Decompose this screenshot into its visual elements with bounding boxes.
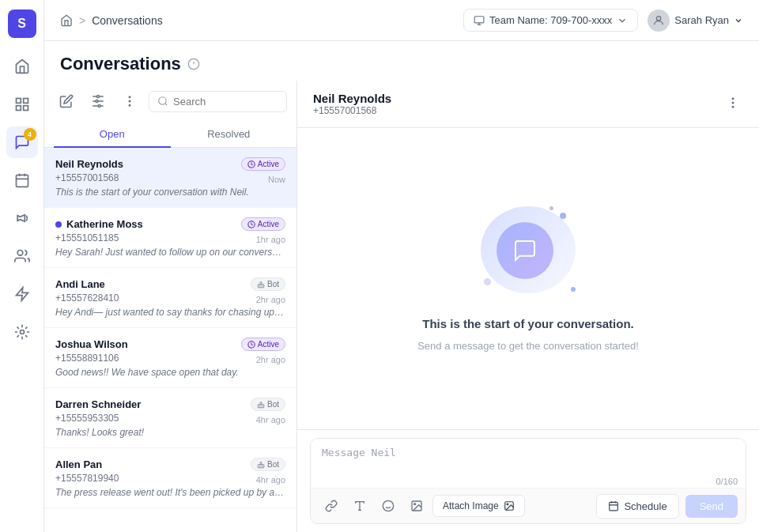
user-icon bbox=[652, 14, 665, 27]
chat-empty-subtitle: Send a message to get the conversation s… bbox=[417, 340, 639, 352]
conv-item-name: Neil Reynolds bbox=[55, 158, 123, 170]
chat-toolbar-right: Schedule Send bbox=[596, 494, 738, 519]
conv-item-phone: +15557628410 bbox=[55, 292, 119, 304]
conversations-badge: 4 bbox=[24, 128, 36, 141]
app-logo: S bbox=[8, 9, 36, 38]
conv-item-preview: The press release went out! It's been pi… bbox=[55, 487, 285, 498]
conv-item-time: 1hr ago bbox=[256, 235, 285, 244]
svg-point-35 bbox=[259, 285, 260, 286]
chat-input-area: 0/160 bbox=[297, 429, 759, 532]
svg-rect-34 bbox=[258, 284, 264, 287]
active-icon bbox=[247, 341, 255, 349]
chat-body: This is the start of your conversation. … bbox=[297, 128, 759, 429]
svg-point-55 bbox=[507, 504, 508, 505]
team-chevron-icon bbox=[617, 15, 628, 26]
conv-item-preview: Thanks! Looks great! bbox=[55, 427, 285, 438]
conv-item-time: 2hr ago bbox=[256, 355, 285, 364]
sidebar-item-zap[interactable] bbox=[6, 316, 38, 348]
filter-button[interactable] bbox=[85, 89, 111, 114]
link-button[interactable] bbox=[319, 493, 344, 519]
chat-empty-title: This is the start of your conversation. bbox=[422, 317, 634, 330]
conv-item-meta: Bot bbox=[251, 458, 285, 471]
conv-item[interactable]: Darren Schneider Bot +15555953305 4hr ag… bbox=[44, 388, 296, 448]
conv-item[interactable]: Allen Pan Bot +15557819940 4hr ago bbox=[44, 448, 296, 508]
user-chevron-icon bbox=[734, 16, 743, 25]
svg-rect-56 bbox=[610, 502, 618, 511]
topnav-right: Team Name: 709-700-xxxx Sarah Ryan bbox=[463, 9, 743, 32]
conv-item-time: 2hr ago bbox=[256, 295, 285, 304]
emoji-button[interactable] bbox=[376, 493, 401, 519]
active-icon bbox=[247, 221, 255, 228]
sidebar-item-dashboard[interactable] bbox=[6, 89, 38, 120]
body-split: Open Resolved Neil Reynolds Active bbox=[44, 81, 759, 532]
sidebar-item-users[interactable] bbox=[6, 240, 38, 272]
team-selector[interactable]: Team Name: 709-700-xxxx bbox=[463, 9, 638, 32]
page-title: Conversations bbox=[60, 54, 181, 74]
media-icon bbox=[410, 500, 423, 512]
media-button[interactable] bbox=[404, 493, 429, 519]
schedule-button[interactable]: Schedule bbox=[596, 494, 678, 519]
tab-open[interactable]: Open bbox=[54, 122, 171, 148]
conv-item-name: Andi Lane bbox=[55, 278, 105, 290]
search-input[interactable] bbox=[173, 96, 278, 108]
main-area: > Conversations Team Name: 709-700-xxxx … bbox=[44, 0, 759, 532]
attach-image-icon bbox=[504, 500, 515, 511]
content: Conversations bbox=[44, 41, 759, 532]
conv-item[interactable]: Neil Reynolds Active +15557001568 Now bbox=[44, 148, 296, 208]
conv-item-name: Darren Schneider bbox=[55, 398, 141, 410]
send-button[interactable]: Send bbox=[685, 495, 738, 518]
more-button[interactable] bbox=[117, 89, 142, 114]
deco-dot-4 bbox=[484, 278, 491, 285]
conv-toolbar bbox=[44, 81, 296, 122]
svg-point-39 bbox=[259, 406, 260, 406]
chat-contact-name: Neil Reynolds bbox=[313, 92, 391, 105]
conv-item[interactable]: Katherine Moss Active +15551051185 bbox=[44, 208, 296, 268]
chat-message-input[interactable] bbox=[311, 439, 746, 474]
schedule-label: Schedule bbox=[624, 500, 666, 512]
sidebar-item-megaphone[interactable] bbox=[6, 202, 38, 234]
sidebar: S 4 bbox=[0, 0, 44, 532]
status-badge: Bot bbox=[251, 277, 285, 291]
compose-button[interactable] bbox=[54, 89, 79, 114]
deco-dot-3 bbox=[571, 287, 576, 292]
chat-toolbar-left: Attach Image bbox=[319, 493, 525, 519]
breadcrumb-current: Conversations bbox=[92, 14, 163, 27]
chat-contact-phone: +15557001568 bbox=[313, 105, 391, 116]
attach-image-button[interactable]: Attach Image bbox=[432, 495, 525, 517]
svg-point-42 bbox=[259, 466, 260, 466]
chat-header-actions bbox=[723, 92, 743, 116]
svg-point-25 bbox=[96, 100, 98, 103]
svg-point-43 bbox=[262, 466, 262, 466]
svg-point-29 bbox=[129, 105, 130, 107]
conv-item[interactable]: Joshua Wilson Active +15558891106 2hr ag… bbox=[44, 328, 296, 388]
home-icon bbox=[60, 14, 73, 27]
variable-button[interactable] bbox=[347, 493, 372, 519]
char-counter: 0/160 bbox=[311, 474, 746, 488]
attach-image-label: Attach Image bbox=[443, 500, 499, 511]
conversations-panel: Open Resolved Neil Reynolds Active bbox=[44, 81, 297, 532]
conv-item-preview: This is the start of your conversation w… bbox=[55, 187, 285, 198]
conv-item[interactable]: Andi Lane Bot +15557628410 2hr ago bbox=[44, 268, 296, 328]
deco-dot-2 bbox=[549, 206, 553, 210]
svg-point-40 bbox=[262, 406, 262, 406]
chat-header: Neil Reynolds +15557001568 bbox=[297, 81, 759, 128]
sidebar-item-integrations[interactable] bbox=[6, 278, 38, 310]
svg-point-36 bbox=[262, 285, 262, 286]
conv-item-time: 4hr ago bbox=[256, 475, 285, 485]
search-box bbox=[149, 91, 287, 112]
user-info[interactable]: Sarah Ryan bbox=[648, 9, 743, 32]
conv-item-preview: Hey Sarah! Just wanted to follow up on o… bbox=[55, 247, 285, 258]
status-badge: Active bbox=[241, 338, 285, 351]
sidebar-item-conversations[interactable]: 4 bbox=[6, 126, 38, 158]
team-label: Team Name: 709-700-xxxx bbox=[489, 14, 612, 26]
sidebar-item-home[interactable] bbox=[6, 51, 38, 82]
conv-item-time: Now bbox=[268, 175, 285, 184]
conv-item-meta: Active bbox=[241, 338, 285, 351]
breadcrumb-separator: > bbox=[79, 14, 85, 27]
tab-resolved[interactable]: Resolved bbox=[171, 122, 288, 148]
chat-more-button[interactable] bbox=[723, 92, 743, 116]
svg-rect-1 bbox=[23, 99, 28, 104]
sidebar-item-calendar[interactable] bbox=[6, 164, 38, 196]
status-badge: Bot bbox=[251, 398, 285, 411]
chat-header-info: Neil Reynolds +15557001568 bbox=[313, 92, 391, 116]
